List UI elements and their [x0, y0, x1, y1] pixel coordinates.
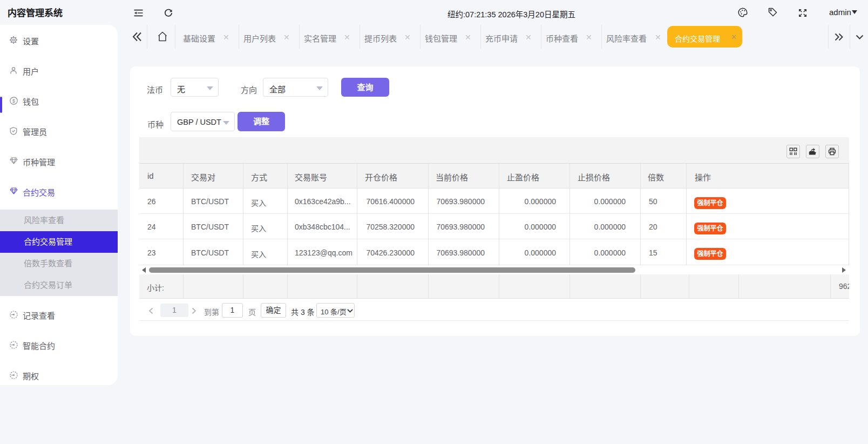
svg-text:$: $	[12, 98, 16, 104]
